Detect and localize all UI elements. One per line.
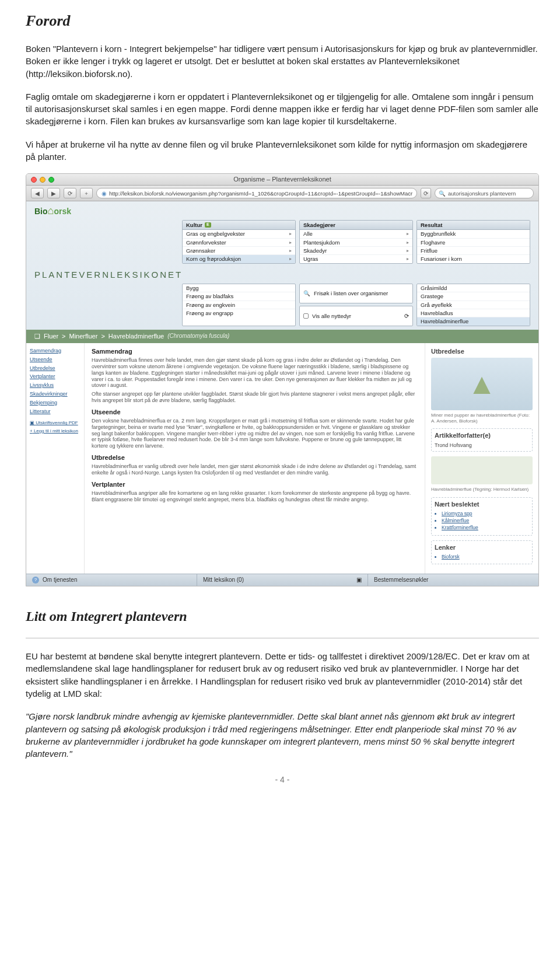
resultat-table-2: Gråsimildd Grastege Grå øyeflekk Havrebl… xyxy=(416,284,530,326)
nav-link[interactable]: Livssyklus xyxy=(30,382,80,389)
right-sidebar: Utbredelse ▲ Miner med pupper av havrebl… xyxy=(425,343,538,574)
table-row[interactable]: Frøeng av engkvein xyxy=(183,301,295,309)
nav-pdf[interactable]: ▣ Utskriftsvennlig PDF xyxy=(30,420,80,426)
table-row[interactable]: Grå øyeflekk xyxy=(417,301,530,309)
caption: Miner med pupper av havrebladminerflue (… xyxy=(431,413,533,424)
divider xyxy=(26,638,539,638)
para-2: Faglig omtale om skadegjørerne i korn er… xyxy=(26,90,539,128)
resultat-header: Resultat xyxy=(421,222,442,228)
nav-link[interactable]: Vertplanter xyxy=(30,373,80,380)
tab-about[interactable]: ?Om tjenesten xyxy=(26,574,197,586)
table-row[interactable]: Grastege xyxy=(417,292,530,301)
crumb-1[interactable]: Fluer xyxy=(44,333,58,340)
rss-button[interactable]: ⟳ xyxy=(421,188,431,198)
table-row[interactable]: Gråsimildd xyxy=(417,284,530,292)
url-field[interactable]: ◉ http://leksikon.bioforsk.no/vieworgani… xyxy=(96,188,417,198)
author: Trond Hofsvang xyxy=(435,442,529,449)
external-link[interactable]: Bioforsk xyxy=(442,554,529,560)
resultat-table: Resultat Byggbrunflekk Floghavre Fritflu… xyxy=(416,220,530,264)
window-titlebar: Organisme – Plantevernleksikonet xyxy=(26,174,538,186)
info-icon: ? xyxy=(32,577,39,584)
table-row[interactable]: Frøeng av engrapp xyxy=(183,309,295,317)
bug-icon: ❑ xyxy=(34,333,40,340)
table-row[interactable]: Havrebladlus xyxy=(417,309,530,317)
url-text: http://leksikon.bioforsk.no/vieworganism… xyxy=(109,190,412,197)
nav-add[interactable]: + Legg til i mitt leksikon xyxy=(30,428,80,434)
nav-link[interactable]: Bekjemping xyxy=(30,400,80,406)
table-row[interactable]: Gras og engbelgvekster▸ xyxy=(183,230,295,238)
back-button[interactable]: ◀ xyxy=(31,188,44,198)
table-row[interactable]: Floghavre xyxy=(417,239,530,247)
related-link[interactable]: Liriomyza spp xyxy=(442,511,529,516)
badge: E xyxy=(205,222,211,227)
table-row[interactable]: Havrebladminerflue xyxy=(417,317,530,325)
window-title: Organisme – Plantevernleksikonet xyxy=(26,176,538,183)
globe-icon: ◉ xyxy=(102,190,107,197)
table-row[interactable]: Fritflue xyxy=(417,247,530,255)
search-icon: 🔍 xyxy=(439,190,446,197)
sidebar-heading: Lenker xyxy=(435,544,529,551)
related-link[interactable]: Krattforminerflue xyxy=(442,525,529,530)
table-row[interactable]: Ugras▸ xyxy=(300,255,412,263)
nav-link[interactable]: Sammendrag xyxy=(30,348,80,354)
book-icon: ▣ xyxy=(356,577,362,584)
nav-link[interactable]: Skadevirkninger xyxy=(30,391,80,397)
search-field[interactable]: 🔍 autorisajonskurs plantevern xyxy=(435,188,534,198)
kultur-table: KulturE Gras og engbelgvekster▸ Grønnfor… xyxy=(182,220,296,264)
nav-link[interactable]: Utbredelse xyxy=(30,365,80,372)
para-4: EU har bestemt at bøndene skal benytte i… xyxy=(26,650,539,700)
bottom-tabs: ?Om tjenesten Mitt leksikon (0)▣ Bestemm… xyxy=(26,574,538,586)
browser-screenshot: Organisme – Plantevernleksikonet ◀ ▶ ⟳ +… xyxy=(26,173,539,586)
browser-toolbar: ◀ ▶ ⟳ + ◉ http://leksikon.bioforsk.no/vi… xyxy=(26,186,538,201)
forward-button[interactable]: ▶ xyxy=(47,188,60,198)
related-link[interactable]: Kålminerflue xyxy=(442,518,529,523)
filter-search[interactable]: 🔍Frisøk i listen over organismer xyxy=(299,284,413,303)
article-body: Sammendrag Havrebladminerflua finnes ove… xyxy=(85,343,425,574)
table-row[interactable]: Plantesjukdom▸ xyxy=(300,239,412,247)
plus-icon: + xyxy=(30,428,33,434)
para-3: Vi håper at brukerne vil ha nytte av den… xyxy=(26,138,539,163)
table-row[interactable]: Alle▸ xyxy=(300,230,412,238)
refresh-icon[interactable]: ⟳ xyxy=(404,313,409,319)
crops-table: Bygg Frøeng av bladfaks Frøeng av engkve… xyxy=(182,284,296,326)
drawing-thumbnail xyxy=(431,456,533,484)
table-row[interactable]: Skadedyr▸ xyxy=(300,247,412,255)
table-row[interactable]: Byggbrunflekk xyxy=(417,230,530,238)
add-button[interactable]: + xyxy=(80,188,93,198)
section-heading: Utseende xyxy=(92,408,418,416)
heading-integrert: Litt om Integrert plantevern xyxy=(26,606,539,626)
table-row[interactable]: Korn og frøproduksjon▸ xyxy=(183,255,295,263)
tab-keys[interactable]: Bestemmelsesnøkler xyxy=(368,574,538,586)
para-1: Boken "Plantevern i korn - Integrert bek… xyxy=(26,43,539,80)
kultur-header: Kultur xyxy=(186,222,202,228)
section-heading: Utbredelse xyxy=(92,454,418,462)
page-number: - 4 - xyxy=(26,774,539,786)
section-heading: Sammendrag xyxy=(92,348,418,355)
table-row[interactable]: Bygg xyxy=(183,284,295,292)
sidebar-heading: Artikkelforfatter(e) xyxy=(435,432,529,439)
breadcrumb: ❑ Fluer > Minerfluer > Havrebladminerflu… xyxy=(26,330,538,343)
tab-mylex[interactable]: Mitt leksikon (0)▣ xyxy=(197,574,368,586)
pdf-icon: ▣ xyxy=(30,420,34,425)
table-row[interactable]: Grønnsaker▸ xyxy=(183,247,295,255)
reload-button[interactable]: ⟳ xyxy=(64,188,76,198)
nav-link[interactable]: Utseende xyxy=(30,357,80,363)
heading-forord: Forord xyxy=(26,11,539,32)
skade-header: Skadegjører xyxy=(303,222,335,228)
section-heading: Vertplanter xyxy=(92,481,418,488)
map-thumbnail: ▲ xyxy=(431,358,533,410)
para-5-quote: "Gjøre norsk landbruk mindre avhengig av… xyxy=(26,710,539,760)
crumb-2[interactable]: Minerfluer xyxy=(69,333,98,340)
table-row[interactable]: Grønnforvekster▸ xyxy=(183,239,295,247)
bioforsk-logo[interactable]: Bio⌂orsk xyxy=(34,205,71,218)
nav-link[interactable]: Litteratur xyxy=(30,408,80,415)
table-row[interactable]: Frøeng av bladfaks xyxy=(183,292,295,301)
left-nav: Sammendrag Utseende Utbredelse Vertplant… xyxy=(26,343,85,574)
filter-checkbox[interactable]: Vis alle nyttedyr⟳ xyxy=(299,306,413,326)
table-row[interactable]: Fusarioser i korn xyxy=(417,255,530,263)
crumb-3: Havrebladminerflue xyxy=(108,333,164,340)
skadegjorer-table: Skadegjører Alle▸ Plantesjukdom▸ Skadedy… xyxy=(299,220,413,264)
caption: Havrebladminerflue (Tegning: Hermod Karl… xyxy=(431,487,533,493)
search-text: autorisajonskurs plantevern xyxy=(448,190,516,197)
sidebar-heading: Utbredelse xyxy=(431,348,533,355)
